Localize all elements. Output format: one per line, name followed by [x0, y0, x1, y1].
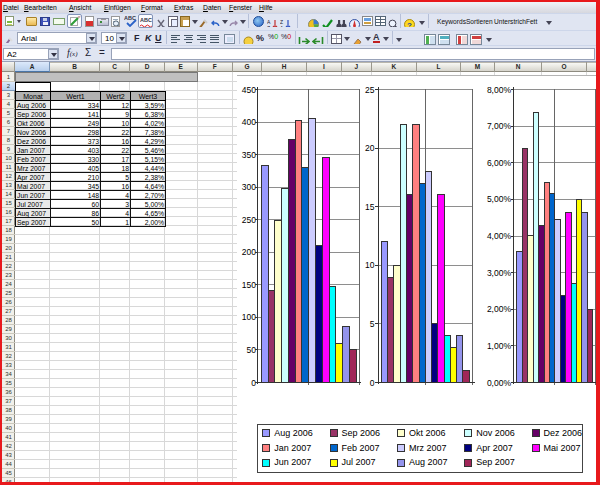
svg-text:?: ?	[407, 21, 412, 28]
svg-text:A: A	[280, 25, 284, 27]
svg-text:Z: Z	[267, 25, 270, 27]
